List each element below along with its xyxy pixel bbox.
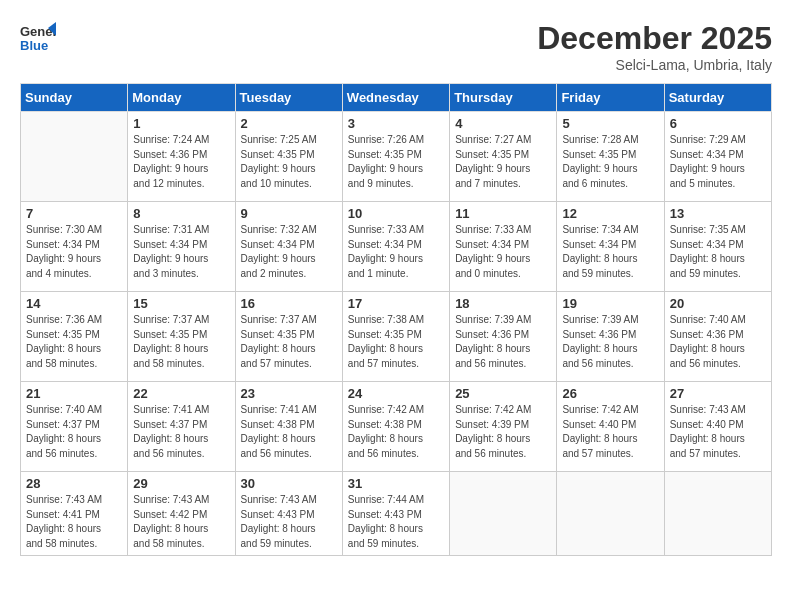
day-header-thursday: Thursday [450, 84, 557, 112]
calendar-cell: 17Sunrise: 7:38 AM Sunset: 4:35 PM Dayli… [342, 292, 449, 382]
day-info: Sunrise: 7:26 AM Sunset: 4:35 PM Dayligh… [348, 133, 444, 191]
day-number: 6 [670, 116, 766, 131]
day-header-monday: Monday [128, 84, 235, 112]
day-info: Sunrise: 7:31 AM Sunset: 4:34 PM Dayligh… [133, 223, 229, 281]
day-info: Sunrise: 7:41 AM Sunset: 4:38 PM Dayligh… [241, 403, 337, 461]
calendar-cell: 22Sunrise: 7:41 AM Sunset: 4:37 PM Dayli… [128, 382, 235, 472]
svg-text:Blue: Blue [20, 38, 48, 53]
day-number: 21 [26, 386, 122, 401]
day-header-wednesday: Wednesday [342, 84, 449, 112]
day-number: 9 [241, 206, 337, 221]
day-header-friday: Friday [557, 84, 664, 112]
day-number: 23 [241, 386, 337, 401]
calendar-week-row: 7Sunrise: 7:30 AM Sunset: 4:34 PM Daylig… [21, 202, 772, 292]
day-number: 13 [670, 206, 766, 221]
calendar-cell: 10Sunrise: 7:33 AM Sunset: 4:34 PM Dayli… [342, 202, 449, 292]
calendar-cell: 18Sunrise: 7:39 AM Sunset: 4:36 PM Dayli… [450, 292, 557, 382]
location-title: Selci-Lama, Umbria, Italy [537, 57, 772, 73]
calendar-cell: 11Sunrise: 7:33 AM Sunset: 4:34 PM Dayli… [450, 202, 557, 292]
calendar-cell: 6Sunrise: 7:29 AM Sunset: 4:34 PM Daylig… [664, 112, 771, 202]
calendar-cell: 20Sunrise: 7:40 AM Sunset: 4:36 PM Dayli… [664, 292, 771, 382]
day-info: Sunrise: 7:39 AM Sunset: 4:36 PM Dayligh… [562, 313, 658, 371]
calendar-table: SundayMondayTuesdayWednesdayThursdayFrid… [20, 83, 772, 556]
day-info: Sunrise: 7:37 AM Sunset: 4:35 PM Dayligh… [241, 313, 337, 371]
day-number: 12 [562, 206, 658, 221]
calendar-week-row: 14Sunrise: 7:36 AM Sunset: 4:35 PM Dayli… [21, 292, 772, 382]
calendar-cell: 8Sunrise: 7:31 AM Sunset: 4:34 PM Daylig… [128, 202, 235, 292]
day-info: Sunrise: 7:28 AM Sunset: 4:35 PM Dayligh… [562, 133, 658, 191]
calendar-cell: 31Sunrise: 7:44 AM Sunset: 4:43 PM Dayli… [342, 472, 449, 556]
logo-icon: General Blue [20, 20, 56, 56]
calendar-cell [450, 472, 557, 556]
calendar-cell: 15Sunrise: 7:37 AM Sunset: 4:35 PM Dayli… [128, 292, 235, 382]
calendar-week-row: 28Sunrise: 7:43 AM Sunset: 4:41 PM Dayli… [21, 472, 772, 556]
calendar-week-row: 1Sunrise: 7:24 AM Sunset: 4:36 PM Daylig… [21, 112, 772, 202]
calendar-cell: 23Sunrise: 7:41 AM Sunset: 4:38 PM Dayli… [235, 382, 342, 472]
calendar-cell: 26Sunrise: 7:42 AM Sunset: 4:40 PM Dayli… [557, 382, 664, 472]
day-number: 2 [241, 116, 337, 131]
calendar-cell: 3Sunrise: 7:26 AM Sunset: 4:35 PM Daylig… [342, 112, 449, 202]
day-number: 18 [455, 296, 551, 311]
calendar-cell: 19Sunrise: 7:39 AM Sunset: 4:36 PM Dayli… [557, 292, 664, 382]
day-info: Sunrise: 7:29 AM Sunset: 4:34 PM Dayligh… [670, 133, 766, 191]
day-info: Sunrise: 7:37 AM Sunset: 4:35 PM Dayligh… [133, 313, 229, 371]
calendar-cell [664, 472, 771, 556]
day-number: 17 [348, 296, 444, 311]
calendar-cell: 1Sunrise: 7:24 AM Sunset: 4:36 PM Daylig… [128, 112, 235, 202]
day-info: Sunrise: 7:43 AM Sunset: 4:42 PM Dayligh… [133, 493, 229, 551]
day-info: Sunrise: 7:39 AM Sunset: 4:36 PM Dayligh… [455, 313, 551, 371]
day-number: 22 [133, 386, 229, 401]
day-info: Sunrise: 7:44 AM Sunset: 4:43 PM Dayligh… [348, 493, 444, 551]
month-title: December 2025 [537, 20, 772, 57]
day-info: Sunrise: 7:33 AM Sunset: 4:34 PM Dayligh… [348, 223, 444, 281]
day-info: Sunrise: 7:25 AM Sunset: 4:35 PM Dayligh… [241, 133, 337, 191]
calendar-week-row: 21Sunrise: 7:40 AM Sunset: 4:37 PM Dayli… [21, 382, 772, 472]
day-info: Sunrise: 7:35 AM Sunset: 4:34 PM Dayligh… [670, 223, 766, 281]
calendar-cell: 2Sunrise: 7:25 AM Sunset: 4:35 PM Daylig… [235, 112, 342, 202]
day-info: Sunrise: 7:32 AM Sunset: 4:34 PM Dayligh… [241, 223, 337, 281]
day-number: 20 [670, 296, 766, 311]
day-number: 10 [348, 206, 444, 221]
calendar-cell: 9Sunrise: 7:32 AM Sunset: 4:34 PM Daylig… [235, 202, 342, 292]
day-number: 15 [133, 296, 229, 311]
day-info: Sunrise: 7:38 AM Sunset: 4:35 PM Dayligh… [348, 313, 444, 371]
calendar-cell: 21Sunrise: 7:40 AM Sunset: 4:37 PM Dayli… [21, 382, 128, 472]
day-number: 24 [348, 386, 444, 401]
calendar-cell: 29Sunrise: 7:43 AM Sunset: 4:42 PM Dayli… [128, 472, 235, 556]
day-number: 4 [455, 116, 551, 131]
title-block: December 2025 Selci-Lama, Umbria, Italy [537, 20, 772, 73]
day-info: Sunrise: 7:34 AM Sunset: 4:34 PM Dayligh… [562, 223, 658, 281]
calendar-header-row: SundayMondayTuesdayWednesdayThursdayFrid… [21, 84, 772, 112]
logo: General Blue [20, 20, 56, 56]
day-number: 28 [26, 476, 122, 491]
day-number: 25 [455, 386, 551, 401]
day-number: 1 [133, 116, 229, 131]
day-header-tuesday: Tuesday [235, 84, 342, 112]
day-info: Sunrise: 7:33 AM Sunset: 4:34 PM Dayligh… [455, 223, 551, 281]
day-number: 29 [133, 476, 229, 491]
day-info: Sunrise: 7:43 AM Sunset: 4:40 PM Dayligh… [670, 403, 766, 461]
day-info: Sunrise: 7:36 AM Sunset: 4:35 PM Dayligh… [26, 313, 122, 371]
day-number: 7 [26, 206, 122, 221]
day-info: Sunrise: 7:27 AM Sunset: 4:35 PM Dayligh… [455, 133, 551, 191]
day-number: 11 [455, 206, 551, 221]
day-number: 16 [241, 296, 337, 311]
page-header: General Blue December 2025 Selci-Lama, U… [20, 20, 772, 73]
day-info: Sunrise: 7:41 AM Sunset: 4:37 PM Dayligh… [133, 403, 229, 461]
day-number: 14 [26, 296, 122, 311]
day-info: Sunrise: 7:40 AM Sunset: 4:37 PM Dayligh… [26, 403, 122, 461]
calendar-cell: 5Sunrise: 7:28 AM Sunset: 4:35 PM Daylig… [557, 112, 664, 202]
day-number: 8 [133, 206, 229, 221]
calendar-cell: 25Sunrise: 7:42 AM Sunset: 4:39 PM Dayli… [450, 382, 557, 472]
day-info: Sunrise: 7:43 AM Sunset: 4:43 PM Dayligh… [241, 493, 337, 551]
calendar-cell: 4Sunrise: 7:27 AM Sunset: 4:35 PM Daylig… [450, 112, 557, 202]
day-info: Sunrise: 7:30 AM Sunset: 4:34 PM Dayligh… [26, 223, 122, 281]
day-info: Sunrise: 7:40 AM Sunset: 4:36 PM Dayligh… [670, 313, 766, 371]
day-number: 27 [670, 386, 766, 401]
day-info: Sunrise: 7:42 AM Sunset: 4:38 PM Dayligh… [348, 403, 444, 461]
day-header-sunday: Sunday [21, 84, 128, 112]
calendar-cell: 13Sunrise: 7:35 AM Sunset: 4:34 PM Dayli… [664, 202, 771, 292]
day-info: Sunrise: 7:42 AM Sunset: 4:39 PM Dayligh… [455, 403, 551, 461]
day-number: 3 [348, 116, 444, 131]
day-number: 31 [348, 476, 444, 491]
